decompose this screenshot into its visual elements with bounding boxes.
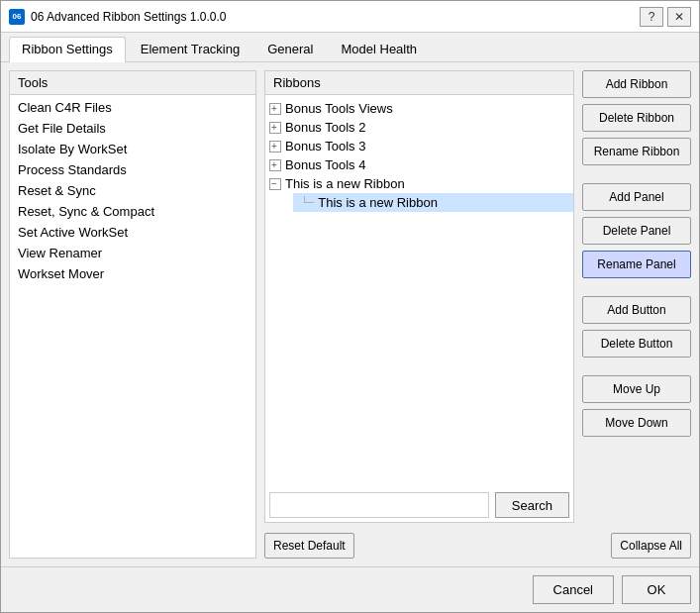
search-input[interactable] [269, 492, 489, 518]
delete-button-button[interactable]: Delete Button [582, 330, 691, 358]
tool-view-renamer[interactable]: View Renamer [10, 243, 255, 263]
main-area: Tools Clean C4R Files Get File Details I… [9, 70, 691, 559]
tree-expand-icon-3[interactable] [269, 141, 281, 153]
btn-separator-2 [582, 284, 691, 290]
ribbons-bottom-controls: Reset Default Collapse All [264, 533, 691, 559]
tree-item-bonus-2[interactable]: Bonus Tools 2 [265, 118, 573, 137]
tree-item-new-ribbon-panel[interactable]: └─ This is a new Ribbon [293, 193, 573, 212]
ribbons-tree: Bonus Tools Views Bonus Tools 2 Bonus To… [265, 95, 573, 488]
move-up-button[interactable]: Move Up [582, 375, 691, 403]
add-ribbon-button[interactable]: Add Ribbon [582, 70, 691, 98]
cancel-button[interactable]: Cancel [533, 575, 614, 604]
ribbons-section: Ribbons Bonus Tools Views Bonus Tools 2 [264, 70, 691, 559]
tree-expand-icon[interactable] [269, 103, 281, 115]
main-window: 06 06 Advanced Ribbon Settings 1.0.0.0 ?… [0, 0, 700, 613]
search-button[interactable]: Search [495, 492, 569, 518]
tool-process-standards[interactable]: Process Standards [10, 159, 255, 180]
collapse-all-button[interactable]: Collapse All [611, 533, 691, 559]
move-down-button[interactable]: Move Down [582, 409, 691, 437]
title-bar: 06 06 Advanced Ribbon Settings 1.0.0.0 ?… [1, 1, 699, 33]
tools-panel: Tools Clean C4R Files Get File Details I… [9, 70, 256, 559]
tool-workset-mover[interactable]: Workset Mover [10, 263, 255, 284]
side-buttons: Add Ribbon Delete Ribbon Rename Ribbon A… [582, 70, 691, 523]
add-button-button[interactable]: Add Button [582, 296, 691, 324]
tree-item-bonus-4[interactable]: Bonus Tools 4 [265, 155, 573, 174]
tool-get-file-details[interactable]: Get File Details [10, 118, 255, 139]
ribbons-search-row: Search [265, 488, 573, 522]
tree-collapse-icon[interactable] [269, 178, 281, 190]
ribbons-panel: Ribbons Bonus Tools Views Bonus Tools 2 [264, 70, 574, 523]
delete-ribbon-button[interactable]: Delete Ribbon [582, 104, 691, 132]
tab-element-tracking[interactable]: Element Tracking [128, 37, 252, 61]
tree-connector-line: └─ [301, 196, 314, 209]
ok-button[interactable]: OK [622, 575, 691, 604]
delete-panel-button[interactable]: Delete Panel [582, 217, 691, 245]
btn-separator-1 [582, 171, 691, 177]
tool-set-active-workset[interactable]: Set Active WorkSet [10, 222, 255, 243]
tree-item-new-ribbon[interactable]: This is a new Ribbon [265, 174, 573, 193]
tools-header: Tools [10, 71, 255, 95]
tool-reset-sync-compact[interactable]: Reset, Sync & Compact [10, 201, 255, 222]
tab-model-health[interactable]: Model Health [328, 37, 430, 61]
window-title: 06 Advanced Ribbon Settings 1.0.0.0 [31, 10, 634, 24]
tab-ribbon-settings[interactable]: Ribbon Settings [9, 37, 126, 62]
btn-separator-3 [582, 363, 691, 369]
tool-clean-c4r[interactable]: Clean C4R Files [10, 97, 255, 118]
footer: Cancel OK [1, 566, 699, 612]
tab-general[interactable]: General [254, 37, 326, 61]
add-panel-button[interactable]: Add Panel [582, 183, 691, 211]
help-button[interactable]: ? [640, 7, 663, 27]
tools-list: Clean C4R Files Get File Details Isolate… [10, 95, 255, 558]
rename-panel-button[interactable]: Rename Panel [582, 251, 691, 278]
tree-child-container: └─ This is a new Ribbon [265, 193, 573, 212]
ribbons-middle: Ribbons Bonus Tools Views Bonus Tools 2 [264, 70, 691, 523]
ribbons-header: Ribbons [265, 71, 573, 95]
tool-reset-sync[interactable]: Reset & Sync [10, 180, 255, 201]
tree-item-bonus-3[interactable]: Bonus Tools 3 [265, 137, 573, 155]
main-content: Tools Clean C4R Files Get File Details I… [1, 62, 699, 566]
tree-expand-icon-2[interactable] [269, 122, 281, 134]
title-controls: ? ✕ [640, 7, 691, 27]
reset-default-button[interactable]: Reset Default [264, 533, 354, 559]
tab-bar: Ribbon Settings Element Tracking General… [1, 33, 699, 62]
tool-isolate-workset[interactable]: Isolate By WorkSet [10, 139, 255, 159]
app-icon: 06 [9, 9, 25, 25]
tree-expand-icon-4[interactable] [269, 159, 281, 171]
close-button[interactable]: ✕ [667, 7, 691, 27]
rename-ribbon-button[interactable]: Rename Ribbon [582, 138, 691, 165]
tree-item-bonus-views[interactable]: Bonus Tools Views [265, 99, 573, 118]
